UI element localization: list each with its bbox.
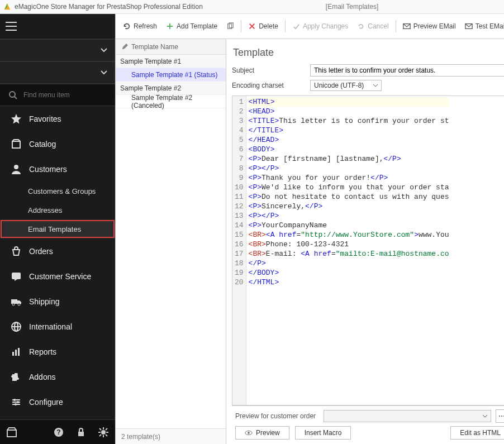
nav-icon [10,396,22,408]
cancel-button[interactable]: Cancel [353,20,392,32]
sidebar-collapser-1[interactable] [0,39,115,61]
tree-body: Sample Template #1Sample Template #1 (St… [116,55,226,428]
gear-icon[interactable] [97,426,110,438]
nav-label: Orders [29,247,53,256]
sidebar-search[interactable] [0,84,115,106]
svg-rect-12 [15,350,17,356]
tree-group[interactable]: Sample Template #2 [116,82,226,95]
edit-as-html-button[interactable]: Edit as HTML [450,426,504,440]
subject-input[interactable] [310,64,504,77]
macro-btn-label: Insert Macro [305,429,342,437]
svg-line-30 [106,435,107,436]
store-icon[interactable] [6,426,18,438]
insert-macro-button[interactable]: Insert Macro [295,426,351,440]
svg-point-17 [13,399,16,401]
tree-item[interactable]: Sample Template #2 (Canceled) [116,95,226,108]
svg-text:?: ? [56,428,60,436]
refresh-button[interactable]: Refresh [119,20,161,32]
code-editor[interactable]: 1234567891011121314151617181920 <HTML><H… [232,96,504,405]
delete-label: Delete [259,22,278,30]
svg-line-29 [99,428,101,430]
test-email-button[interactable]: Test EMail [461,20,504,32]
svg-rect-23 [78,432,84,436]
sidebar-item-configure[interactable]: Configure [0,389,115,414]
svg-line-1 [15,97,17,99]
editor-heading: Template [233,47,504,59]
preview-order-lookup-button[interactable]: ⋯ [496,409,504,423]
chevron-down-icon [483,414,487,418]
charset-select[interactable]: Unicode (UTF-8) [310,80,382,91]
sidebar-subitem-customers-&-groups[interactable]: Customers & Groups [0,182,115,200]
preview-order-label: Preview for customer order [235,412,319,420]
tree-footer: 2 template(s) [116,428,226,444]
template-tree: Template Name Sample Template #1Sample T… [116,39,226,444]
sidebar-item-favorites[interactable]: Favorites [0,106,115,131]
apply-label: Apply Changes [303,22,348,30]
tree-header[interactable]: Template Name [116,39,226,55]
sidebar-item-catalog[interactable]: Catalog [0,131,115,156]
copy-button[interactable] [222,20,238,32]
help-icon[interactable]: ? [53,426,65,438]
nav-label: International [29,322,72,331]
sidebar-item-customers[interactable]: Customers [0,156,115,182]
svg-line-32 [106,428,107,430]
svg-point-43 [248,432,250,434]
hamburger-icon[interactable] [6,22,17,31]
editor: Template Subject Encoding charset Unicod… [226,39,504,444]
preview-order-combo[interactable] [324,410,491,422]
editor-footer: Preview for customer order ⋯ Preview Ins… [232,405,504,444]
sidebar-item-shipping[interactable]: Shipping [0,289,115,314]
preview-email-button[interactable]: Preview EMail [399,20,460,32]
window-title: eMagicOne Store Manager for PrestaShop P… [15,3,203,11]
refresh-icon [123,22,131,30]
sidebar-item-reports[interactable]: Reports [0,339,115,364]
chevron-down-icon [101,69,107,76]
sidebar-item-international[interactable]: International [0,314,115,339]
edit-icon [121,44,128,50]
x-icon [248,22,256,30]
svg-rect-11 [12,352,14,356]
svg-rect-20 [7,430,16,437]
nav-icon [10,245,22,257]
code-body[interactable]: <HTML><HEAD><TITLE>This letter is to con… [246,96,451,405]
sidebar-bottom: ? [0,419,115,444]
nav-label: Customer Service [29,272,91,281]
svg-point-7 [18,303,20,305]
chevron-down-icon [373,83,378,88]
lock-icon[interactable] [75,426,87,438]
nav-label: Customers [29,165,67,174]
subject-label: Subject [232,66,310,74]
preview-button[interactable]: Preview [235,426,289,440]
window-subtitle: [Email Templates] [326,3,378,11]
apply-changes-button[interactable]: Apply Changes [288,20,352,32]
delete-button[interactable]: Delete [244,20,282,32]
eye-icon [245,429,253,437]
sidebar-item-orders[interactable]: Orders [0,238,115,264]
sidebar-item-customer-service[interactable]: Customer Service [0,264,115,289]
nav-label: Catalog [29,140,56,149]
sidebar-search-input[interactable] [23,91,107,99]
preview-email-label: Preview EMail [413,22,456,30]
cancel-label: Cancel [368,22,388,30]
sidebar-subitem-email-templates[interactable]: Email Templates [0,219,115,238]
titlebar: eMagicOne Store Manager for PrestaShop P… [0,0,504,14]
sidebar-header [0,14,115,39]
chevron-down-icon [101,47,107,54]
nav-label: Configure [29,398,63,407]
refresh-label: Refresh [134,22,157,30]
tree-group[interactable]: Sample Template #1 [116,55,226,68]
mail-search-icon [403,22,411,30]
svg-line-31 [99,435,101,436]
charset-label: Encoding charset [232,82,310,89]
svg-rect-5 [11,299,17,304]
sidebar-subitem-addresses[interactable]: Addresses [0,200,115,219]
add-template-button[interactable]: Add Template [162,20,221,32]
nav-icon [10,346,22,358]
nav-icon [10,138,22,150]
sidebar-item-addons[interactable]: Addons [0,364,115,389]
nav-icon [10,163,22,175]
plus-icon [166,22,174,30]
tree-item[interactable]: Sample Template #1 (Status) [116,68,226,82]
sidebar-collapser-2[interactable] [0,61,115,84]
sidebar: FavoritesCatalogCustomersCustomers & Gro… [0,14,115,444]
